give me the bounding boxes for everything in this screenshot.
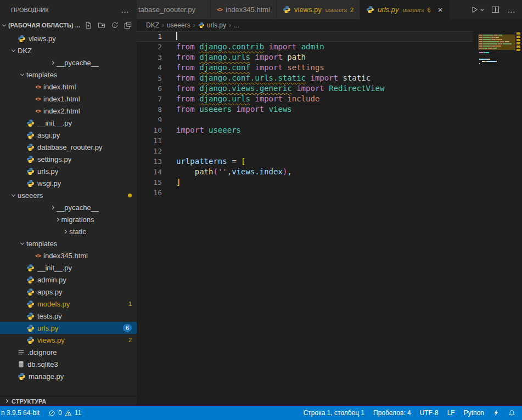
code-line-7[interactable]: 7from django.urls import include: [137, 94, 473, 104]
notifications-button[interactable]: [504, 406, 520, 420]
tab-views.py[interactable]: views.pyuseeers2: [277, 0, 360, 19]
more-actions-button[interactable]: …: [507, 7, 515, 13]
tree-file-admin.py[interactable]: admin.py: [0, 274, 137, 286]
code-token: [264, 105, 268, 113]
code-line-15[interactable]: 15]: [137, 177, 473, 188]
refresh-button[interactable]: [110, 21, 119, 30]
tree-file-database_roouter.py[interactable]: database_roouter.py: [0, 141, 137, 153]
code-line-11[interactable]: 11: [137, 135, 473, 146]
minimap-warning-overlay: [478, 35, 515, 50]
tree-file-manage.py[interactable]: manage.py: [0, 370, 137, 382]
tree-folder-__pycache__[interactable]: __pycache__: [0, 56, 137, 69]
html-file-icon: <>: [35, 96, 41, 102]
breadcrumb-item-...[interactable]: ...: [234, 21, 239, 29]
code-line-10[interactable]: 10import useeers: [137, 125, 473, 135]
code-editor[interactable]: 12from django.contrib import admin3from …: [137, 31, 522, 406]
tree-file-__init__.py[interactable]: __init__.py: [0, 262, 137, 274]
code-line-16[interactable]: 16: [137, 188, 473, 198]
code-token: useeers: [199, 105, 232, 113]
line-number: 10: [137, 125, 162, 135]
code-token: from: [176, 53, 195, 61]
tab-urls.py[interactable]: urls.pyuseeers6×: [360, 0, 450, 19]
tabs: tabase_roouter.py<>index345.htmlviews.py…: [137, 0, 450, 19]
split-editor-button[interactable]: [491, 5, 499, 14]
tree-file-asgi.py[interactable]: asgi.py: [0, 129, 137, 141]
code-line-6[interactable]: 6from django.views.generic import Redire…: [137, 83, 473, 94]
minimap-token: [479, 59, 487, 60]
code-line-1[interactable]: 1: [137, 31, 473, 42]
tree-folder-__pycache__[interactable]: __pycache__: [0, 201, 137, 213]
tree-file-urls.py[interactable]: urls.py6: [0, 322, 137, 334]
breadcrumb: DKZ›useeers›urls.py›...: [137, 19, 522, 31]
breadcrumb-item-DKZ[interactable]: DKZ: [146, 21, 159, 29]
breadcrumb-item-useeers[interactable]: useeers: [167, 21, 190, 29]
code-line-8[interactable]: 8from useeers import views: [137, 104, 473, 115]
problems-indicator[interactable]: 0 11: [44, 406, 86, 420]
tab-index345.html[interactable]: <>index345.html: [211, 0, 277, 19]
code-token: from: [176, 94, 195, 103]
tree-folder-useeers[interactable]: useeers: [0, 189, 137, 201]
minimap-line: [479, 52, 514, 53]
chevron-down-icon: [20, 241, 24, 245]
tree-file-index.html[interactable]: <>index.html: [0, 81, 137, 93]
tree-file-index2.html[interactable]: <>index2.html: [0, 105, 137, 117]
code-line-9[interactable]: 9: [137, 115, 473, 125]
cursor-position-status[interactable]: Строка 1, столбец 1: [302, 406, 369, 420]
new-folder-button[interactable]: [97, 21, 106, 30]
code-line-4[interactable]: 4from django.conf import settings: [137, 63, 473, 73]
tree-file-apps.py[interactable]: apps.py: [0, 286, 137, 298]
eol-status[interactable]: LF: [443, 406, 459, 420]
code-text: from django.contrib import admin: [176, 42, 324, 52]
minimap[interactable]: [479, 32, 514, 67]
encoding-status[interactable]: UTF-8: [416, 406, 443, 420]
code-text: urlpatterns = [: [176, 156, 245, 167]
tree-file-wsgi.py[interactable]: wsgi.py: [0, 177, 137, 189]
tab-tabase_roouter.py[interactable]: tabase_roouter.py: [137, 0, 211, 19]
tree-item-label: useeers: [18, 191, 43, 200]
tree-folder-templates[interactable]: templates: [0, 237, 137, 249]
code-token: from: [176, 73, 195, 82]
explorer-header: ПРОВОДНИК …: [0, 0, 137, 19]
code-line-3[interactable]: 3from django.urls import path: [137, 52, 473, 63]
tree-file-index1.html[interactable]: <>index1.html: [0, 93, 137, 105]
tree-file-.dcignore[interactable]: .dcignore: [0, 346, 137, 358]
code-text: from django.urls import path: [176, 52, 306, 63]
tree-file-__init__.py[interactable]: __init__.py: [0, 117, 137, 129]
new-file-button[interactable]: [83, 21, 93, 30]
tree-folder-static[interactable]: static: [0, 225, 137, 237]
tree-item-label: asgi.py: [37, 131, 60, 139]
tree-item-label: static: [69, 228, 86, 236]
code-token: [195, 73, 199, 82]
feedback-button[interactable]: [489, 406, 504, 420]
code-token: include: [287, 94, 319, 103]
tree-file-views.py[interactable]: views.py: [0, 32, 137, 44]
tree-folder-DKZ[interactable]: DKZ: [0, 44, 137, 56]
tree-file-db.sqlite3[interactable]: db.sqlite3: [0, 358, 137, 370]
line-number: 3: [137, 52, 162, 63]
tree-file-settings.py[interactable]: settings.py: [0, 153, 137, 165]
close-icon[interactable]: ×: [437, 5, 444, 14]
code-line-2[interactable]: 2from django.contrib import admin: [137, 42, 473, 52]
language-mode-status[interactable]: Python: [459, 406, 489, 420]
code-line-12[interactable]: 12: [137, 146, 473, 156]
explorer-more-actions-button[interactable]: …: [121, 7, 129, 13]
code-line-14[interactable]: 14 path('',views.index),: [137, 167, 473, 177]
tree-file-models.py[interactable]: models.py1: [0, 298, 137, 310]
tree-file-tests.py[interactable]: tests.py: [0, 310, 137, 322]
warnings-icon: [65, 410, 72, 417]
python-interpreter-status[interactable]: n 3.9.5 64-bit: [0, 406, 44, 420]
run-button[interactable]: [470, 5, 484, 14]
workspace-section-header[interactable]: (РАБОЧАЯ ОБЛАСТЬ) ...: [0, 19, 137, 31]
tree-file-index345.html[interactable]: <>index345.html: [0, 249, 137, 262]
code-line-13[interactable]: 13urlpatterns = [: [137, 156, 473, 167]
indentation-status[interactable]: Пробелов: 4: [369, 406, 416, 420]
collapse-all-button[interactable]: [123, 21, 132, 30]
code-line-5[interactable]: 5from django.conf.urls.static import sta…: [137, 73, 473, 83]
breadcrumb-item-urls.py[interactable]: urls.py: [198, 21, 226, 29]
tree-file-views.py[interactable]: views.py2: [0, 334, 137, 346]
tree-folder-templates[interactable]: templates: [0, 69, 137, 81]
tree-file-urls.py[interactable]: urls.py: [0, 165, 137, 177]
outline-section-header[interactable]: СТРУКТУРА: [0, 396, 137, 406]
tree-folder-migrations[interactable]: migrations: [0, 213, 137, 225]
code-token: import: [296, 84, 324, 93]
